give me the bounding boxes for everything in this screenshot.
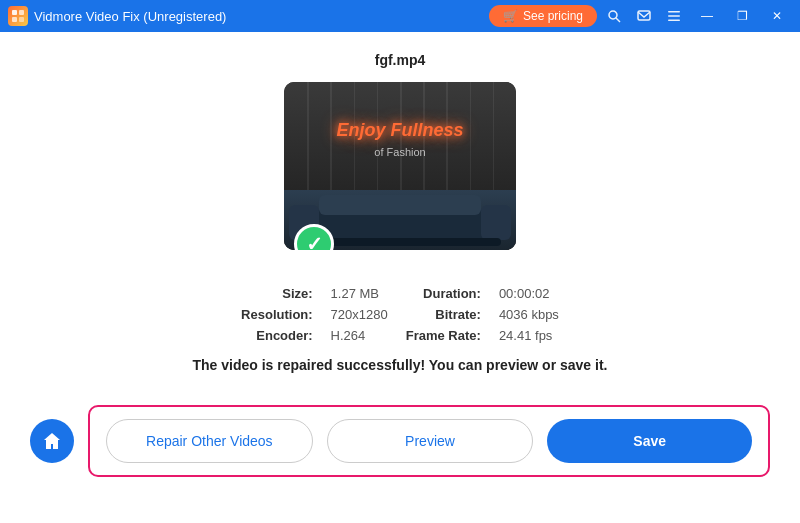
svg-rect-0 bbox=[12, 10, 17, 15]
size-label: Size: bbox=[241, 286, 313, 301]
encoder-label: Encoder: bbox=[241, 328, 313, 343]
svg-point-4 bbox=[609, 11, 617, 19]
minimize-button[interactable]: — bbox=[691, 5, 723, 27]
svg-rect-3 bbox=[19, 17, 24, 22]
app-title: Vidmore Video Fix (Unregistered) bbox=[34, 9, 226, 24]
duration-value: 00:00:02 bbox=[499, 286, 559, 301]
svg-line-5 bbox=[616, 18, 620, 22]
app-logo bbox=[8, 6, 28, 26]
action-button-group: Repair Other Videos Preview Save bbox=[88, 405, 770, 477]
file-name: fgf.mp4 bbox=[375, 52, 426, 68]
close-button[interactable]: ✕ bbox=[762, 5, 792, 27]
see-pricing-label: See pricing bbox=[523, 9, 583, 23]
svg-rect-8 bbox=[668, 15, 680, 17]
framerate-value: 24.41 fps bbox=[499, 328, 559, 343]
video-info-table: Size: 1.27 MB Duration: 00:00:02 Resolut… bbox=[241, 286, 559, 343]
svg-rect-1 bbox=[19, 10, 24, 15]
menu-icon-button[interactable] bbox=[661, 7, 687, 25]
framerate-label: Frame Rate: bbox=[406, 328, 481, 343]
bitrate-label: Bitrate: bbox=[406, 307, 481, 322]
svg-rect-2 bbox=[12, 17, 17, 22]
video-thumbnail: Enjoy Fullness of Fashion ✓ bbox=[284, 82, 516, 250]
duration-label: Duration: bbox=[406, 286, 481, 301]
svg-rect-12 bbox=[481, 205, 511, 240]
svg-rect-13 bbox=[319, 195, 481, 215]
preview-button[interactable]: Preview bbox=[327, 419, 534, 463]
titlebar-right: 🛒 See pricing — ❐ ✕ bbox=[489, 5, 792, 27]
neon-sign-text: Enjoy Fullness bbox=[336, 120, 463, 141]
svg-rect-6 bbox=[638, 11, 650, 20]
success-message: The video is repaired successfully! You … bbox=[193, 357, 608, 373]
titlebar: Vidmore Video Fix (Unregistered) 🛒 See p… bbox=[0, 0, 800, 32]
bitrate-value: 4036 kbps bbox=[499, 307, 559, 322]
neon-sign-sub: of Fashion bbox=[374, 146, 425, 158]
message-icon-button[interactable] bbox=[631, 7, 657, 25]
bottom-bar: Repair Other Videos Preview Save bbox=[0, 395, 800, 493]
cart-icon: 🛒 bbox=[503, 9, 518, 23]
main-content: fgf.mp4 Enjoy Fullness of Fashion bbox=[0, 32, 800, 523]
encoder-value: H.264 bbox=[331, 328, 388, 343]
home-button[interactable] bbox=[30, 419, 74, 463]
search-icon-button[interactable] bbox=[601, 7, 627, 25]
resolution-label: Resolution: bbox=[241, 307, 313, 322]
svg-rect-9 bbox=[668, 20, 680, 22]
titlebar-left: Vidmore Video Fix (Unregistered) bbox=[8, 6, 226, 26]
save-button[interactable]: Save bbox=[547, 419, 752, 463]
resolution-value: 720x1280 bbox=[331, 307, 388, 322]
see-pricing-button[interactable]: 🛒 See pricing bbox=[489, 5, 597, 27]
maximize-button[interactable]: ❐ bbox=[727, 5, 758, 27]
size-value: 1.27 MB bbox=[331, 286, 388, 301]
svg-rect-7 bbox=[668, 11, 680, 13]
repair-other-videos-button[interactable]: Repair Other Videos bbox=[106, 419, 313, 463]
